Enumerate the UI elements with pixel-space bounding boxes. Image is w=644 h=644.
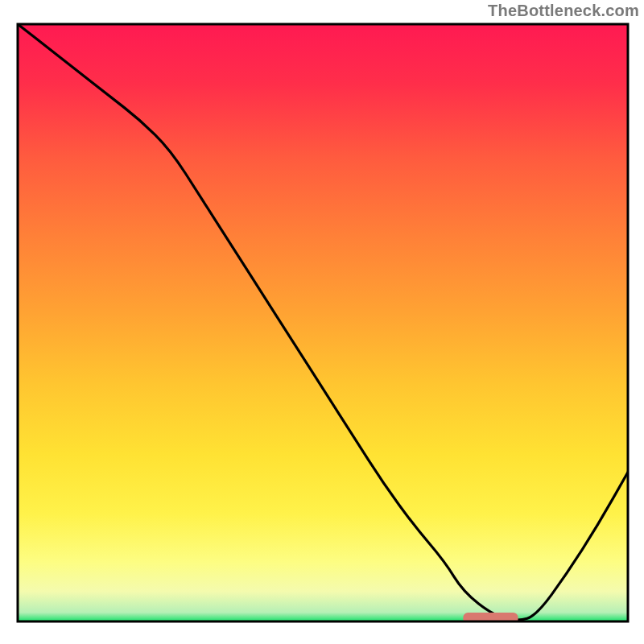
watermark-label: TheBottleneck.com: [488, 2, 639, 20]
bottleneck-chart: [0, 0, 644, 644]
gradient-background: [18, 24, 628, 621]
chart-container: TheBottleneck.com: [0, 0, 644, 644]
